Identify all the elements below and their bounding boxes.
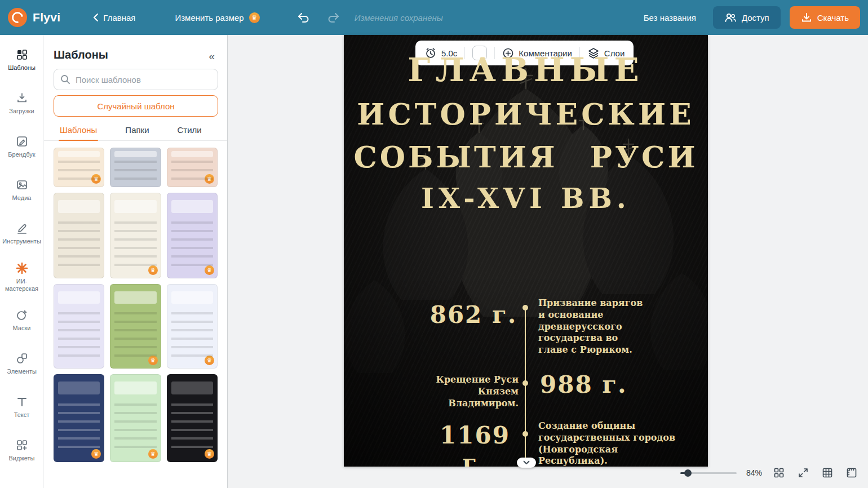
search-box [54, 69, 218, 90]
sidebar-item-label: Маски [13, 325, 31, 331]
panel-title: Шаблоны [54, 48, 108, 61]
crown-icon: ♛ [205, 449, 214, 459]
access-label: Доступ [742, 13, 769, 23]
fullscreen-icon [798, 467, 809, 478]
tools-icon [16, 222, 28, 234]
undo-icon [297, 11, 311, 24]
sidebar-item-widgets[interactable]: Виджеты [0, 429, 43, 472]
download-icon [801, 12, 812, 23]
sidebar-item-tools[interactable]: Инструменты [0, 212, 43, 255]
access-button[interactable]: Доступ [713, 6, 781, 29]
zoom-slider-handle[interactable] [684, 469, 692, 477]
sidebar-item-masks[interactable]: Маски [0, 299, 43, 342]
tab-folders[interactable]: Папки [124, 125, 150, 140]
poster-page[interactable]: ГЛАВНЫЕ ИСТОРИЧЕСКИЕ СОБЫТИЯ РУСИ IX-XVI… [344, 35, 708, 467]
sidebar-item-ai-workshop[interactable]: ИИ-мастерская [0, 255, 43, 299]
download-button[interactable]: Скачать [790, 6, 860, 29]
poster-title-line: СОБЫТИЯ РУСИ [344, 136, 708, 178]
template-thumbnail[interactable]: ♛ [110, 148, 161, 187]
upload-icon [16, 92, 28, 104]
brandbook-icon [16, 135, 28, 148]
panel-tabs: Шаблоны Папки Стили [44, 121, 227, 141]
redo-button[interactable] [324, 9, 342, 26]
back-label: Главная [103, 13, 135, 23]
crown-icon: ♛ [91, 174, 101, 184]
sidebar-item-uploads[interactable]: Загрузки [0, 82, 43, 125]
zoom-slider[interactable] [680, 469, 737, 477]
sidebar-item-label: Брендбук [8, 151, 35, 158]
sidebar-item-elements[interactable]: Элементы [0, 342, 43, 385]
template-thumbnail[interactable]: ♛ [110, 284, 161, 369]
sidebar-item-label: Текст [14, 411, 30, 418]
timeline-year-988[interactable]: 988 г. [540, 371, 641, 398]
grid-view-button[interactable] [820, 465, 835, 480]
template-thumbnail[interactable]: ♛ [54, 284, 104, 369]
timeline-text-862[interactable]: Призвание варягов и основание древнерусс… [538, 298, 645, 356]
random-template-button[interactable]: Случайный шаблон [54, 95, 218, 117]
template-thumbnail[interactable]: ♛ [110, 374, 161, 462]
timeline-line [525, 307, 526, 467]
grid-icon [822, 467, 833, 478]
poster-title[interactable]: ГЛАВНЫЕ ИСТОРИЧЕСКИЕ СОБЫТИЯ РУСИ IX-XVI… [344, 47, 708, 219]
crown-icon: ♛ [148, 265, 158, 275]
resize-label: Изменить размер [175, 13, 243, 23]
template-thumbnail[interactable]: ♛ [54, 193, 104, 278]
collapse-panel-button[interactable]: « [205, 50, 218, 63]
tab-styles[interactable]: Стили [176, 125, 203, 140]
rulers-button[interactable] [844, 465, 859, 480]
crown-icon: ♛ [205, 174, 214, 184]
poster-title-line: ИСТОРИЧЕСКИЕ [344, 93, 708, 135]
zoom-percentage[interactable]: 84% [746, 468, 762, 477]
sidebar-item-label: Инструменты [2, 238, 41, 245]
download-label: Скачать [817, 13, 849, 23]
ai-sparkle-icon [16, 262, 28, 274]
pages-grid-button[interactable] [772, 465, 786, 480]
chevron-left-icon [93, 13, 99, 22]
undo-button[interactable] [295, 9, 313, 26]
tab-templates[interactable]: Шаблоны [59, 125, 98, 140]
next-page-button[interactable] [517, 458, 536, 468]
template-thumbnail[interactable]: ♛ [54, 148, 104, 187]
sidebar-item-label: Медиа [12, 194, 32, 201]
template-thumbnail[interactable]: ♛ [54, 374, 104, 462]
crown-icon: ♛ [148, 356, 158, 365]
document-title[interactable]: Без названия [644, 13, 696, 23]
sidebar-item-media[interactable]: Медиа [0, 168, 43, 212]
timeline-text-988[interactable]: Крещение Руси Князем Владимиром. [409, 374, 519, 409]
media-icon [16, 179, 28, 191]
canvas-area[interactable]: ГЛАВНЫЕ ИСТОРИЧЕСКИЕ СОБЫТИЯ РУСИ IX-XVI… [228, 35, 868, 488]
sidebar-item-templates[interactable]: Шаблоны [0, 38, 43, 82]
timeline-year-1169[interactable]: 1169 г. [426, 422, 524, 467]
timeline-dot [522, 305, 528, 310]
template-thumbnail[interactable]: ♛ [167, 193, 218, 278]
masks-icon [16, 309, 28, 321]
zoom-controls: 84% [680, 463, 859, 482]
sidebar-item-text[interactable]: Текст [0, 385, 43, 429]
template-thumbnail[interactable]: ♛ [110, 193, 161, 278]
topbar: Flyvi Главная Изменить размер ♛ Изменени… [0, 0, 868, 35]
resize-button[interactable]: Изменить размер ♛ [171, 12, 263, 24]
rulers-icon [846, 467, 857, 478]
poster-title-line: ГЛАВНЫЕ [344, 47, 708, 93]
fullscreen-button[interactable] [796, 465, 811, 480]
text-icon [16, 396, 28, 408]
back-button[interactable]: Главная [90, 12, 139, 23]
elements-icon [16, 352, 28, 365]
flyvi-logo-icon[interactable] [8, 8, 27, 27]
sidebar-item-label: Загрузки [9, 108, 34, 114]
timeline-year-862[interactable]: 862 г. [426, 301, 521, 329]
redo-icon [326, 11, 340, 24]
chevron-down-icon [523, 460, 530, 465]
crown-icon: ♛ [249, 12, 260, 23]
crown-icon: ♛ [205, 356, 214, 365]
template-thumbnail[interactable]: ♛ [167, 374, 218, 462]
timeline-text-1169[interactable]: Создание общины государственных городов … [538, 420, 678, 467]
autosave-status: Изменения сохранены [355, 13, 443, 23]
search-input[interactable] [54, 69, 218, 90]
people-icon [724, 12, 737, 23]
template-thumbnail[interactable]: ♛ [167, 148, 218, 187]
template-thumbnail[interactable]: ♛ [167, 284, 218, 369]
poster-title-line: IX-XVI ВВ. [344, 178, 708, 220]
brand-name: Flyvi [33, 11, 60, 24]
sidebar-item-brandbook[interactable]: Брендбук [0, 125, 43, 168]
